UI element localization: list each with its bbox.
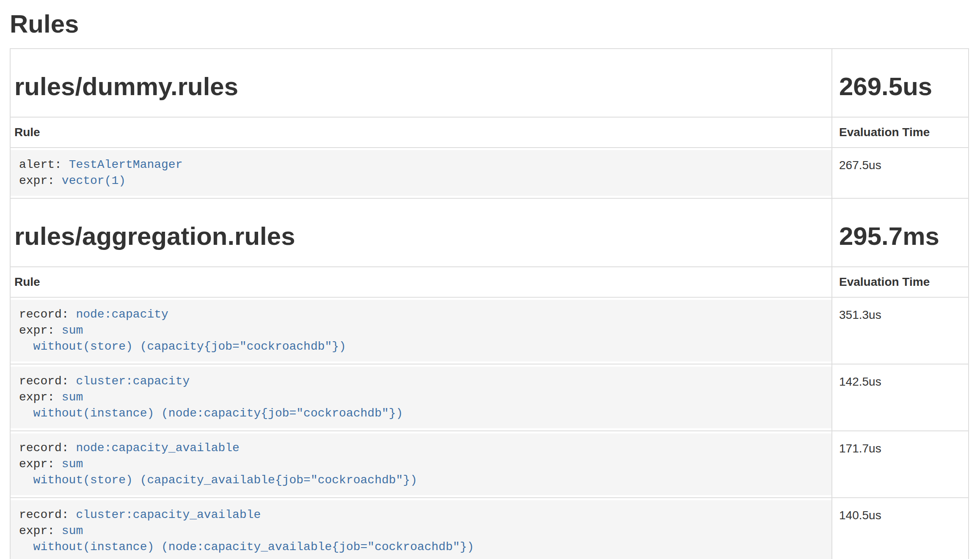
- rule-definition: record: cluster:capacity_available expr:…: [11, 500, 831, 559]
- group-name: rules/aggregation.rules: [14, 222, 831, 250]
- rule-eval-time: 142.5us: [831, 364, 968, 430]
- column-header-row: Rule Evaluation Time: [11, 117, 968, 147]
- rule-link[interactable]: TestAlertManager: [69, 158, 183, 171]
- rule-eval-time: 140.5us: [831, 498, 968, 559]
- rule-row: alert: TestAlertManager expr: vector(1) …: [11, 147, 968, 198]
- col-header-rule: Rule: [11, 267, 831, 297]
- rule-eval-time: 267.5us: [831, 148, 968, 198]
- rule-keyword: expr:: [19, 524, 62, 537]
- rule-link[interactable]: vector(1): [62, 174, 126, 187]
- group-header-row: rules/aggregation.rules 295.7ms: [11, 198, 968, 266]
- rule-keyword: record:: [19, 308, 76, 321]
- rule-keyword: expr:: [19, 458, 62, 471]
- rule-definition: record: cluster:capacity expr: sum witho…: [11, 367, 831, 428]
- col-header-eval-time: Evaluation Time: [831, 267, 968, 297]
- group-eval-time: 269.5us: [839, 73, 968, 101]
- rule-definition: alert: TestAlertManager expr: vector(1): [11, 150, 831, 196]
- rule-link[interactable]: without(instance) (node:capacity{job="co…: [19, 407, 403, 420]
- page-title: Rules: [10, 10, 969, 38]
- rule-row: record: cluster:capacity expr: sum witho…: [11, 364, 968, 430]
- rule-keyword: alert:: [19, 158, 69, 171]
- rules-page: Rules rules/dummy.rules 269.5us Rule Eva…: [0, 10, 980, 559]
- group-header-row: rules/dummy.rules 269.5us: [11, 49, 968, 117]
- rule-link[interactable]: sum: [62, 324, 83, 337]
- group-name: rules/dummy.rules: [14, 73, 831, 101]
- rule-link[interactable]: cluster:capacity: [76, 375, 190, 388]
- rule-link[interactable]: cluster:capacity_available: [76, 508, 261, 521]
- rule-keyword: record:: [19, 441, 76, 455]
- rule-keyword: expr:: [19, 324, 62, 337]
- rule-eval-time: 351.3us: [831, 298, 968, 364]
- rule-keyword: record:: [19, 508, 76, 521]
- col-header-eval-time: Evaluation Time: [831, 118, 968, 147]
- rule-keyword: expr:: [19, 391, 62, 404]
- group-eval-time: 295.7ms: [839, 222, 968, 250]
- column-header-row: Rule Evaluation Time: [11, 266, 968, 297]
- rule-row: record: node:capacity expr: sum without(…: [11, 297, 968, 364]
- rule-link[interactable]: node:capacity: [76, 308, 168, 321]
- rule-row: record: cluster:capacity_available expr:…: [11, 497, 968, 559]
- rule-link[interactable]: without(store) (capacity_available{job="…: [19, 474, 417, 487]
- rule-eval-time: 171.7us: [831, 431, 968, 497]
- col-header-rule: Rule: [11, 118, 831, 147]
- rules-table: rules/dummy.rules 269.5us Rule Evaluatio…: [10, 48, 969, 559]
- rule-group: rules/dummy.rules 269.5us Rule Evaluatio…: [11, 49, 968, 198]
- rule-keyword: expr:: [19, 174, 62, 187]
- rule-link[interactable]: sum: [62, 391, 83, 404]
- rule-link[interactable]: without(instance) (node:capacity_availab…: [19, 540, 474, 554]
- rule-group: rules/aggregation.rules 295.7ms Rule Eva…: [11, 198, 968, 559]
- rule-row: record: node:capacity_available expr: su…: [11, 430, 968, 497]
- rule-link[interactable]: node:capacity_available: [76, 441, 239, 455]
- rule-link[interactable]: without(store) (capacity{job="cockroachd…: [19, 340, 346, 353]
- rule-definition: record: node:capacity_available expr: su…: [11, 433, 831, 495]
- rule-link[interactable]: sum: [62, 524, 83, 537]
- rule-keyword: record:: [19, 375, 76, 388]
- rule-definition: record: node:capacity expr: sum without(…: [11, 300, 831, 362]
- rule-link[interactable]: sum: [62, 458, 83, 471]
